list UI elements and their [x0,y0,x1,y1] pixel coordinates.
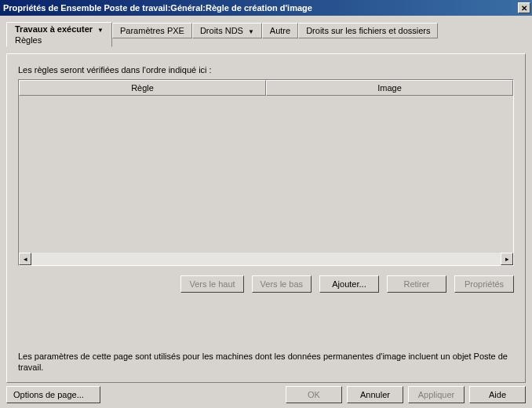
horizontal-scrollbar[interactable]: ◂ ▸ [19,253,513,265]
tab-autre-label: Autre [270,26,290,35]
scroll-track[interactable] [31,253,501,265]
chevron-down-icon: ▼ [97,27,104,34]
info-text: Les paramètres de cette page sont utilis… [18,351,514,373]
move-up-button[interactable]: Vers le haut [180,275,243,293]
tab-pxe-label: Paramètres PXE [120,26,184,35]
window-body: Travaux à exécuter ▼ Règles Paramètres P… [0,16,532,408]
tab-travaux-label: Travaux à exécuter [15,24,93,34]
chevron-down-icon: ▼ [248,28,254,35]
tab-travaux-sublabel: Règles [15,34,42,45]
remove-button[interactable]: Retirer [387,275,446,293]
add-button[interactable]: Ajouter... [319,275,379,293]
tab-panel: Les règles seront vérifiées dans l'ordre… [6,53,526,383]
cancel-button[interactable]: Annuler [347,386,403,403]
tab-autre[interactable]: Autre [262,23,298,38]
title-bar: Propriétés de Ensemble Poste de travail:… [0,0,532,16]
page-options-button[interactable]: Options de page... [6,386,100,403]
scroll-left-button[interactable]: ◂ [19,253,31,265]
help-button[interactable]: Aide [469,386,526,403]
properties-button[interactable]: Propriétés [454,275,514,293]
tab-parametres-pxe[interactable]: Paramètres PXE [112,23,192,38]
close-icon: ✕ [521,4,527,13]
close-button[interactable]: ✕ [518,2,530,13]
scroll-right-button[interactable]: ▸ [501,253,513,265]
move-down-button[interactable]: Vers le bas [252,275,312,293]
col-image[interactable]: Image [266,80,513,96]
caret-left-icon: ◂ [24,255,27,263]
caret-right-icon: ▸ [505,255,509,263]
tab-travaux[interactable]: Travaux à exécuter ▼ Règles [6,22,112,47]
table-body[interactable] [19,96,513,253]
col-rule[interactable]: Règle [19,80,266,96]
window-title: Propriétés de Ensemble Poste de travail:… [3,3,518,13]
row-action-buttons: Vers le haut Vers le bas Ajouter... Reti… [18,275,514,293]
tab-droits-fichiers[interactable]: Droits sur les fichiers et dossiers [298,23,438,38]
dialog-footer: Options de page... OK Annuler Appliquer … [6,386,526,403]
tab-strip: Travaux à exécuter ▼ Règles Paramètres P… [6,22,526,47]
tab-fichiers-label: Droits sur les fichiers et dossiers [306,26,430,35]
rules-table: Règle Image ◂ ▸ [18,79,514,266]
rules-hint: Les règles seront vérifiées dans l'ordre… [18,65,514,75]
apply-button[interactable]: Appliquer [408,386,465,403]
tab-droits-nds[interactable]: Droits NDS ▼ [192,23,262,38]
tab-nds-label: Droits NDS [200,26,243,35]
table-header: Règle Image [19,80,513,96]
ok-button[interactable]: OK [286,386,342,403]
